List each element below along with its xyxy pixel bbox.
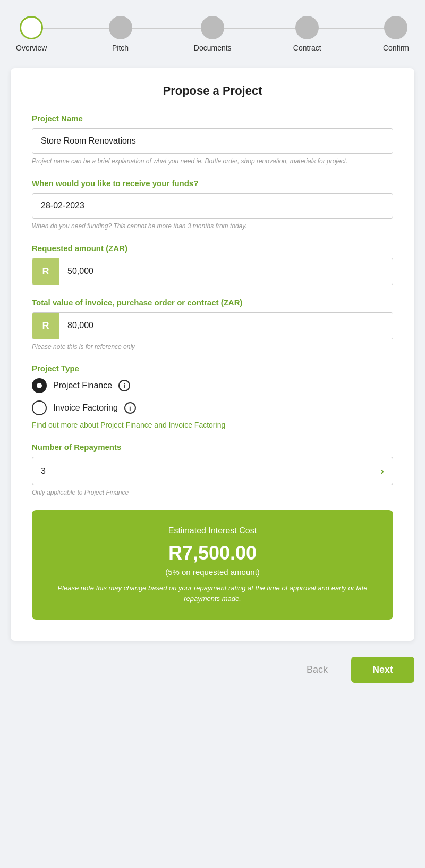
radio-label-project-finance: Project Finance bbox=[53, 381, 112, 390]
requested-amount-prefix: R bbox=[32, 258, 59, 285]
requested-amount-group: Requested amount (ZAR) R bbox=[32, 244, 393, 285]
step-circle-documents bbox=[201, 16, 224, 39]
requested-amount-input[interactable] bbox=[59, 258, 393, 285]
interest-title: Estimated Interest Cost bbox=[42, 526, 382, 536]
invoice-value-prefix: R bbox=[32, 313, 59, 339]
radio-circle-project-finance bbox=[32, 378, 47, 393]
step-label-documents: Documents bbox=[194, 44, 232, 52]
project-name-label: Project Name bbox=[32, 114, 393, 123]
repayments-input-wrapper[interactable]: 3 › bbox=[32, 457, 393, 485]
chevron-right-icon: › bbox=[380, 465, 384, 477]
funds-date-input[interactable] bbox=[32, 193, 393, 219]
bottom-buttons: Back Next bbox=[0, 657, 425, 699]
interest-cost-box: Estimated Interest Cost R7,500.00 (5% on… bbox=[32, 510, 393, 620]
invoice-value-group: Total value of invoice, purchase order o… bbox=[32, 298, 393, 352]
step-circle-contract bbox=[295, 16, 319, 39]
invoice-value-label: Total value of invoice, purchase order o… bbox=[32, 298, 393, 307]
step-circle-overview bbox=[20, 16, 43, 39]
project-name-group: Project Name Project name can be a brief… bbox=[32, 114, 393, 166]
funds-date-group: When would you like to receive your fund… bbox=[32, 179, 393, 231]
step-label-overview: Overview bbox=[16, 44, 47, 52]
invoice-value-hint: Please note this is for reference only bbox=[32, 343, 393, 352]
interest-note: Please note this may change based on you… bbox=[42, 583, 382, 604]
radio-label-invoice-factoring: Invoice Factoring bbox=[53, 403, 118, 413]
funds-date-label: When would you like to receive your fund… bbox=[32, 179, 393, 188]
step-confirm[interactable]: Confirm bbox=[383, 16, 409, 52]
repayments-hint: Only applicable to Project Finance bbox=[32, 488, 393, 497]
funds-date-hint: When do you need funding? This cannot be… bbox=[32, 222, 393, 231]
project-type-label: Project Type bbox=[32, 364, 393, 373]
repayments-group: Number of Repayments 3 › Only applicable… bbox=[32, 443, 393, 497]
project-type-group: Project Type Project Finance i Invoice F… bbox=[32, 364, 393, 430]
info-icon-invoice-factoring[interactable]: i bbox=[124, 402, 136, 414]
next-button[interactable]: Next bbox=[351, 657, 414, 683]
project-type-link[interactable]: Find out more about Project Finance and … bbox=[32, 421, 225, 429]
progress-bar: Overview Pitch Documents Contract Confir… bbox=[11, 16, 414, 52]
interest-amount: R7,500.00 bbox=[42, 542, 382, 564]
invoice-value-input[interactable] bbox=[59, 313, 393, 339]
step-pitch[interactable]: Pitch bbox=[109, 16, 132, 52]
requested-amount-wrapper: R bbox=[32, 258, 393, 285]
progress-section: Overview Pitch Documents Contract Confir… bbox=[0, 0, 425, 63]
back-button[interactable]: Back bbox=[294, 657, 341, 683]
requested-amount-label: Requested amount (ZAR) bbox=[32, 244, 393, 253]
step-label-confirm: Confirm bbox=[383, 44, 409, 52]
step-label-contract: Contract bbox=[293, 44, 321, 52]
project-name-input[interactable] bbox=[32, 128, 393, 154]
radio-group: Project Finance i Invoice Factoring i bbox=[32, 378, 393, 415]
step-documents[interactable]: Documents bbox=[194, 16, 232, 52]
step-contract[interactable]: Contract bbox=[293, 16, 321, 52]
step-overview[interactable]: Overview bbox=[16, 16, 47, 52]
step-circle-pitch bbox=[109, 16, 132, 39]
info-icon-project-finance[interactable]: i bbox=[118, 380, 130, 391]
main-card: Propose a Project Project Name Project n… bbox=[11, 68, 414, 641]
card-title: Propose a Project bbox=[32, 84, 393, 98]
step-circle-confirm bbox=[384, 16, 407, 39]
project-name-hint: Project name can be a brief explanation … bbox=[32, 157, 393, 166]
radio-invoice-factoring[interactable]: Invoice Factoring i bbox=[32, 400, 393, 415]
interest-percent: (5% on requested amount) bbox=[42, 567, 382, 577]
radio-circle-invoice-factoring bbox=[32, 400, 47, 415]
invoice-value-wrapper: R bbox=[32, 312, 393, 339]
radio-project-finance[interactable]: Project Finance i bbox=[32, 378, 393, 393]
repayments-label: Number of Repayments bbox=[32, 443, 393, 452]
repayments-value: 3 bbox=[41, 466, 46, 476]
step-label-pitch: Pitch bbox=[112, 44, 129, 52]
